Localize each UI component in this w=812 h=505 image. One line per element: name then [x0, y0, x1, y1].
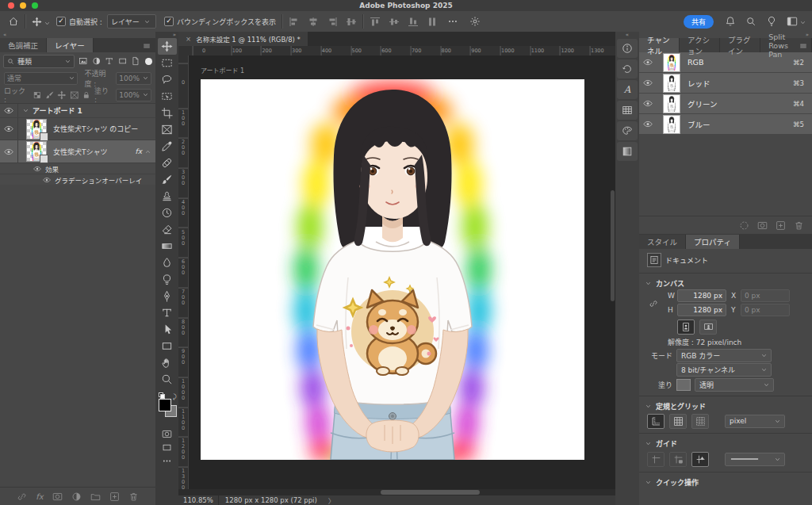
visibility-eye-icon[interactable] — [643, 79, 653, 86]
move-tool[interactable] — [158, 38, 177, 55]
workspace-switcher-icon[interactable] — [787, 16, 798, 27]
toggle-pixel-grid-button[interactable] — [691, 414, 709, 429]
tab-layers[interactable]: レイヤー — [47, 38, 94, 52]
align-horizontal-centers-icon[interactable] — [346, 17, 357, 27]
edit-toolbar-button[interactable] — [158, 454, 177, 468]
hand-tool[interactable] — [158, 354, 177, 371]
adjustment-layer-icon[interactable] — [71, 492, 82, 502]
blur-tool[interactable] — [158, 254, 177, 271]
screen-mode-button[interactable] — [158, 441, 177, 454]
object-selection-tool[interactable] — [158, 88, 177, 105]
eyedropper-tool[interactable] — [158, 138, 177, 155]
healing-brush-tool[interactable] — [158, 155, 177, 171]
toggle-rulers-button[interactable] — [647, 414, 665, 429]
channel-row-blue[interactable]: ブルー ⌘5 — [639, 114, 812, 135]
layer-row-copy[interactable]: 女性柴犬Tシャツ のコピー — [0, 118, 155, 140]
zoom-tool[interactable] — [158, 371, 177, 388]
orientation-landscape-button[interactable] — [699, 319, 717, 335]
visibility-eye-icon[interactable] — [643, 121, 653, 128]
layer-row-gradient-overlay[interactable]: グラデーションオーバーレイ — [0, 174, 155, 185]
align-vertical-centers-icon[interactable] — [308, 17, 319, 27]
section-guides[interactable]: ガイド — [639, 437, 812, 450]
scrollbar-thumb[interactable] — [381, 490, 480, 495]
tab-color-adjustments[interactable]: 色調補正 — [0, 38, 47, 52]
distribute-vertical-icon[interactable] — [427, 17, 438, 27]
foreground-color-swatch[interactable] — [159, 399, 171, 411]
scrollbar-thumb[interactable] — [611, 190, 615, 301]
プロパティ-tab[interactable]: プロパティ — [686, 235, 740, 249]
layer-thumbnail[interactable] — [26, 119, 47, 140]
visibility-eye-icon[interactable] — [643, 59, 653, 66]
visibility-eye-icon[interactable] — [43, 177, 51, 183]
section-canvas[interactable]: カンバス — [639, 277, 812, 289]
eraser-tool[interactable] — [158, 221, 177, 238]
fx-badge[interactable]: fx — [136, 147, 146, 155]
canvas-artwork[interactable] — [201, 79, 584, 460]
gear-icon[interactable] — [469, 16, 481, 27]
add-layer-mask-icon[interactable] — [52, 492, 63, 502]
canvas-fill-dropdown[interactable]: 透明 — [695, 378, 774, 392]
history-panel-button[interactable] — [617, 59, 638, 78]
expand-panels-icon[interactable]: « — [622, 32, 632, 38]
quick-mask-mode-button[interactable] — [158, 427, 177, 441]
default-colors-icon[interactable] — [159, 392, 164, 398]
document-tab[interactable]: × 名称未設定 1 @ 111% (RGB/8) * — [178, 32, 308, 46]
brush-tool[interactable] — [158, 171, 177, 188]
layer-row-selected[interactable]: 女性柴犬Tシャツ fx — [0, 140, 155, 163]
toggle-guides-button[interactable] — [647, 452, 665, 467]
zoom-level-field[interactable]: 110.85% — [178, 495, 219, 505]
new-group-folder-icon[interactable] — [90, 492, 101, 502]
tool-preset-chevron-icon[interactable] — [44, 21, 50, 26]
gradients-panel-button[interactable] — [617, 142, 638, 161]
lock-artboard-icon[interactable] — [70, 90, 79, 100]
color-panel-button[interactable] — [617, 121, 638, 140]
opacity-dropdown[interactable]: 100% — [116, 72, 151, 85]
visibility-eye-icon[interactable] — [33, 166, 41, 172]
filter-toggle-icon[interactable] — [145, 58, 152, 65]
collapse-panels-icon[interactable]: « — [0, 32, 155, 38]
gradient-tool[interactable] — [158, 238, 177, 254]
vertical-scrollbar[interactable] — [610, 55, 615, 489]
orientation-portrait-button[interactable] — [677, 319, 695, 335]
expand-toolbar-icon[interactable]: » — [170, 32, 178, 38]
lock-all-icon[interactable] — [82, 90, 91, 100]
channel-row-red[interactable]: レッド ⌘3 — [639, 73, 812, 94]
pen-tool[interactable] — [158, 288, 177, 304]
canvas-viewport[interactable]: アートボード 1 0100200300400500600700800900100… — [178, 55, 615, 489]
type-tool[interactable] — [158, 304, 177, 321]
discover-lightbulb-icon[interactable] — [766, 16, 777, 27]
toggle-grid-button[interactable] — [669, 414, 687, 429]
layer-row-artboard[interactable]: アートボード 1 — [0, 104, 155, 118]
filter-smart-objects-icon[interactable] — [131, 56, 140, 66]
lasso-tool[interactable] — [158, 71, 177, 88]
fill-color-swatch[interactable] — [676, 379, 691, 391]
new-layer-icon[interactable] — [109, 492, 120, 502]
crop-tool[interactable] — [158, 105, 177, 121]
panel-menu-icon[interactable] — [799, 42, 808, 50]
history-brush-tool[interactable] — [158, 205, 177, 221]
load-channel-selection-icon[interactable] — [739, 220, 749, 231]
bounding-box-checkbox[interactable]: ✓ — [164, 17, 174, 26]
dodge-tool[interactable] — [158, 271, 177, 288]
frame-tool[interactable] — [158, 121, 177, 138]
delete-channel-trash-icon[interactable] — [794, 220, 804, 231]
info-panel-button[interactable] — [617, 39, 638, 58]
share-button[interactable]: 共有 — [684, 15, 714, 29]
status-chevron-icon[interactable]: 〉 — [317, 495, 335, 505]
section-rulers-grid[interactable]: 定規とグリッド — [639, 400, 812, 412]
filter-type-layers-icon[interactable] — [105, 56, 113, 66]
distribute-middle-icon[interactable] — [389, 17, 400, 27]
fx-collapse-chevron-icon[interactable] — [145, 149, 151, 155]
アクション-tab[interactable]: アクション — [680, 38, 720, 52]
lock-position-icon[interactable] — [57, 90, 67, 100]
marquee-tool[interactable] — [158, 55, 177, 71]
visibility-eye-icon[interactable] — [4, 125, 13, 132]
lock-transparency-icon[interactable] — [33, 90, 42, 100]
distribute-bottom-icon[interactable] — [408, 17, 419, 27]
section-quick-actions[interactable]: クイック操作 — [639, 476, 812, 488]
プラグイン-tab[interactable]: プラグイン — [720, 38, 760, 52]
blend-mode-dropdown[interactable]: 通常 — [4, 72, 78, 85]
lock-guides-button[interactable] — [669, 452, 687, 467]
chevron-down-icon[interactable] — [800, 20, 806, 25]
swap-colors-icon[interactable]: ⤸ — [173, 393, 177, 401]
